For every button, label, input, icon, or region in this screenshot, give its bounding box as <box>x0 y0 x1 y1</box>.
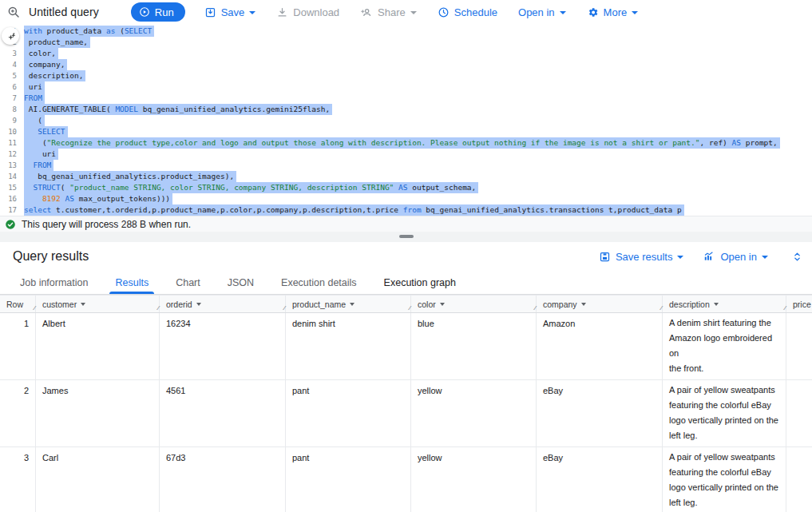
query-title: Untitled query <box>29 6 99 18</box>
code-line[interactable]: 3 color, <box>0 48 812 59</box>
download-button[interactable]: Download <box>276 6 339 18</box>
share-label: Share <box>378 6 406 18</box>
code-line[interactable]: 4 company, <box>0 59 812 70</box>
cell-row-number: 2 <box>0 380 36 447</box>
line-number: 4 <box>0 59 24 70</box>
gemini-sparkle-button[interactable] <box>2 27 19 45</box>
line-number: 8 <box>0 104 24 115</box>
code-line[interactable]: 8 AI.GENERATE_TABLE( MODEL bq_genai_unif… <box>0 104 812 115</box>
column-menu-icon[interactable] <box>581 303 586 306</box>
save-button[interactable]: Save <box>204 6 256 18</box>
line-number: 16 <box>0 193 24 204</box>
code-line[interactable]: 6 uri <box>0 81 812 93</box>
column-label: orderid <box>166 300 192 309</box>
code-line[interactable]: 5 description, <box>0 70 812 81</box>
tab-json[interactable]: JSON <box>214 271 267 294</box>
table-row: 2James4561pantyelloweBayA pair of yellow… <box>0 380 812 447</box>
cell-product-name: pant <box>286 447 411 512</box>
code-text-selected: ("Recognize the product type,color and l… <box>24 137 780 149</box>
column-menu-icon[interactable] <box>196 303 201 306</box>
table-row: 1Albert16234denim shirtblueAmazonA denim… <box>0 313 812 380</box>
tab-execution-details[interactable]: Execution details <box>267 271 370 294</box>
tab-execution-graph[interactable]: Execution graph <box>370 271 469 294</box>
code-text-selected: STRUCT( "product_name STRING, color STRI… <box>24 182 478 193</box>
cell-company: Amazon <box>537 313 663 379</box>
code-line[interactable]: 16 8192 AS max_output_tokens))) <box>0 193 812 204</box>
schedule-label: Schedule <box>454 6 497 18</box>
line-number: 6 <box>0 81 24 93</box>
query-results-panel: Query results Save results Open in Job i… <box>0 242 812 512</box>
panel-divider <box>0 232 812 242</box>
code-line[interactable]: 1with product_data as (SELECT <box>0 26 812 37</box>
gear-icon <box>587 6 599 18</box>
chevron-down-icon <box>762 256 768 259</box>
code-text-selected: company, <box>24 59 67 70</box>
cell-price <box>786 447 812 512</box>
code-text-selected: description, <box>24 70 85 81</box>
line-number: 5 <box>0 70 24 81</box>
code-text-selected: FROM <box>24 160 53 171</box>
results-table: Rowcustomerorderidproduct_namecolorcompa… <box>0 295 812 512</box>
line-number: 7 <box>0 93 24 104</box>
code-line[interactable]: 10 SELECT <box>0 126 812 137</box>
column-label: product_name <box>292 300 346 309</box>
code-line[interactable]: 9 ( <box>0 115 812 126</box>
code-line[interactable]: 13 FROM <box>0 160 812 171</box>
schedule-button[interactable]: Schedule <box>438 6 497 18</box>
line-number: 3 <box>0 48 24 59</box>
sql-editor[interactable]: 1with product_data as (SELECT2 product_n… <box>0 24 812 216</box>
cell-color: yellow <box>411 447 537 512</box>
code-line[interactable]: 11 ("Recognize the product type,color an… <box>0 137 812 149</box>
column-header-color[interactable]: color <box>411 296 537 312</box>
column-header-price[interactable]: price <box>786 296 812 312</box>
column-menu-icon[interactable] <box>350 303 355 306</box>
save-label: Save <box>221 6 245 18</box>
more-button[interactable]: More <box>587 6 639 18</box>
line-number: 14 <box>0 171 24 182</box>
line-number: 11 <box>0 137 24 149</box>
tab-job-information[interactable]: Job information <box>6 271 101 294</box>
code-text-selected: color, <box>24 48 58 59</box>
chart-icon <box>703 251 715 262</box>
run-button[interactable]: Run <box>131 2 185 22</box>
cell-company: eBay <box>537 380 663 447</box>
column-label: color <box>418 300 436 309</box>
resize-drag-handle[interactable] <box>399 235 414 238</box>
query-toolbar: Untitled query Run Save Download Share S… <box>0 0 812 24</box>
line-number: 17 <box>0 204 24 216</box>
column-header-customer[interactable]: customer <box>36 296 160 312</box>
column-menu-icon[interactable] <box>714 303 719 306</box>
column-menu-icon[interactable] <box>81 303 85 306</box>
column-header-orderid[interactable]: orderid <box>160 296 286 312</box>
column-menu-icon[interactable] <box>440 303 445 306</box>
code-line[interactable]: 15 STRUCT( "product_name STRING, color S… <box>0 182 812 193</box>
table-header-row: Rowcustomerorderidproduct_namecolorcompa… <box>0 295 812 313</box>
cell-customer: Albert <box>36 313 160 379</box>
open-in-button[interactable]: Open in <box>518 6 566 18</box>
share-button[interactable]: Share <box>360 6 417 18</box>
status-message: This query will process 288 B when run. <box>22 219 191 230</box>
cell-color: blue <box>411 313 537 379</box>
results-open-in-button[interactable]: Open in <box>703 251 768 263</box>
cell-customer: James <box>36 380 160 447</box>
chevron-down-icon <box>677 256 683 259</box>
code-line[interactable]: 7FROM <box>0 93 812 104</box>
collapse-results-button[interactable] <box>792 251 802 263</box>
code-lines: 1with product_data as (SELECT2 product_n… <box>0 26 812 216</box>
tab-results[interactable]: Results <box>101 271 162 294</box>
code-line[interactable]: 14 bq_genai_unified_analytics.product_im… <box>0 171 812 182</box>
column-label: price <box>793 300 811 309</box>
save-results-button[interactable]: Save results <box>599 251 684 263</box>
column-header-product_name[interactable]: product_name <box>286 296 411 312</box>
cell-orderid: 4561 <box>160 380 286 447</box>
run-label: Run <box>155 6 174 18</box>
column-header-company[interactable]: company <box>537 296 663 312</box>
column-header-row[interactable]: Row <box>0 296 36 312</box>
code-line[interactable]: 2 product_name, <box>0 37 812 48</box>
code-line[interactable]: 12 uri <box>0 149 812 160</box>
code-line[interactable]: 17select t.customer,t.orderid,p.product_… <box>0 204 812 216</box>
chevron-down-icon <box>632 11 638 14</box>
tab-chart[interactable]: Chart <box>162 271 214 294</box>
column-header-description[interactable]: description <box>663 296 786 312</box>
line-number: 12 <box>0 149 24 160</box>
